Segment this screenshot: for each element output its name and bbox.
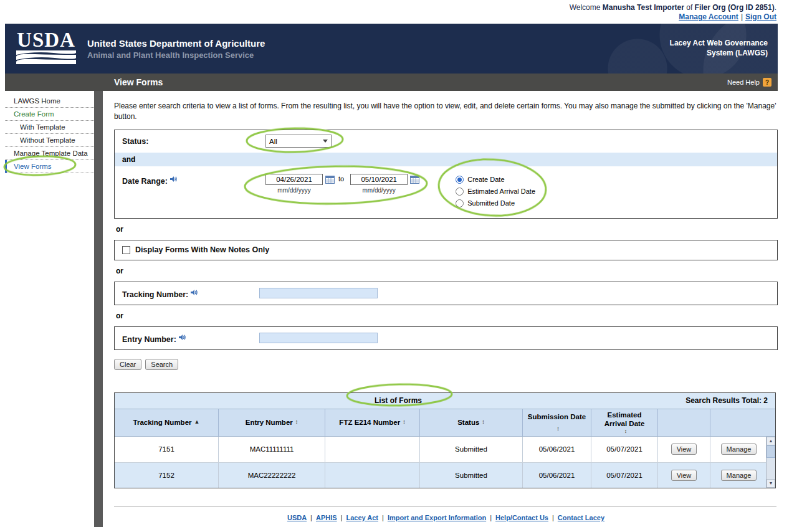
footer-links: USDA|APHIS|Lacey Act|Import and Export I… (114, 506, 778, 527)
new-notes-label: Display Forms With New Notes Only (135, 245, 269, 254)
need-help[interactable]: Need Help ? (727, 78, 778, 87)
date-type-radio-group: Create Date Estimated Arrival Date Submi… (456, 174, 535, 209)
col-header-entry-number[interactable]: Entry Number↕ (218, 409, 325, 436)
footer-link-aphis[interactable]: APHIS (316, 514, 337, 521)
sort-icon: ↕ (403, 419, 406, 425)
form-actions: Clear Search (114, 359, 778, 370)
view-button[interactable]: View (671, 444, 697, 455)
footer-separator: | (486, 514, 495, 521)
page-title: View Forms (5, 77, 163, 87)
scrollbar-track[interactable] (767, 458, 775, 479)
cell-status: Submitted (419, 437, 522, 462)
status-label: Status: (122, 137, 265, 146)
scrollbar-thumb[interactable] (767, 445, 775, 458)
sign-out-link[interactable]: Sign Out (745, 12, 776, 21)
help-icon[interactable]: ? (763, 78, 771, 87)
manage-button[interactable]: Manage (721, 444, 757, 455)
view-button[interactable]: View (671, 470, 697, 481)
cell-submission-date: 05/06/2021 (522, 463, 591, 488)
department-name: United States Department of Agriculture (87, 38, 265, 49)
results-title: List of Forms (115, 396, 682, 405)
footer-separator: | (337, 514, 346, 521)
cell-ftz-number (325, 463, 419, 488)
manage-button[interactable]: Manage (721, 470, 757, 481)
scroll-up-icon[interactable]: ▲ (767, 437, 775, 445)
calendar-icon[interactable] (325, 175, 335, 184)
sidebar-item-create-form[interactable]: Create Form (5, 108, 94, 121)
status-selected-value: All (269, 138, 277, 145)
date-to-input[interactable] (350, 174, 408, 185)
usda-logo-text: USDA (15, 31, 77, 50)
sidebar-item-manage-template-data[interactable]: Manage Template Data (5, 147, 94, 160)
col-header-estimated-arrival-date[interactable]: Estimated Arrival Date↕ (591, 409, 657, 436)
results-table: List of Forms Search Results Total: 2 ▲T… (114, 392, 776, 488)
usda-logo-stripes (16, 50, 76, 64)
col-header-tracking-number[interactable]: ▲Tracking Number▲ (115, 409, 218, 436)
table-scrollbar[interactable]: ▲ ▼ (766, 437, 775, 488)
sort-icon: ↕ (482, 419, 485, 425)
welcome-greeting: Welcome (570, 3, 601, 12)
entry-number-input[interactable] (259, 333, 378, 343)
account-links-separator: | (738, 12, 745, 21)
tracking-number-input[interactable] (259, 288, 378, 298)
and-row: and (115, 153, 777, 166)
col-header-submission-date[interactable]: Submission Date↕ (522, 409, 591, 436)
submitted-date-radio[interactable] (456, 199, 464, 207)
tracking-number-label: Tracking Number: (122, 290, 188, 299)
clear-button[interactable]: Clear (114, 359, 141, 370)
estimated-arrival-date-radio[interactable] (456, 188, 464, 196)
tracking-number-box: Tracking Number: (114, 282, 778, 305)
results-title-bar: List of Forms Search Results Total: 2 (115, 393, 775, 409)
status-select[interactable]: All (265, 135, 332, 148)
new-notes-box: Display Forms With New Notes Only (114, 240, 778, 260)
audio-help-icon[interactable] (190, 287, 198, 298)
sidebar-item-lawgs-home[interactable]: LAWGS Home (5, 95, 94, 108)
usda-logo: USDA (15, 31, 77, 66)
main-content: Please enter search criteria to view a l… (103, 91, 778, 527)
cell-tracking-number: 7152 (115, 463, 218, 488)
create-date-radio[interactable] (456, 176, 464, 184)
cell-estimated-arrival-date: 05/07/2021 (591, 463, 657, 488)
footer-link-usda[interactable]: USDA (287, 514, 307, 521)
date-range-row: Date Range: mm/dd/yyyy to (115, 166, 777, 218)
footer-separator: | (548, 514, 558, 521)
agency-name: Animal and Plant Health Inspection Servi… (87, 50, 265, 60)
footer-link-import-export[interactable]: Import and Export Information (388, 514, 486, 521)
scroll-down-icon[interactable]: ▼ (767, 479, 775, 488)
footer-link-contact-lacey[interactable]: Contact Lacey (558, 514, 604, 521)
calendar-icon[interactable] (410, 175, 419, 184)
entry-number-box: Entry Number: (114, 326, 778, 350)
col-label: Entry Number (246, 418, 293, 427)
date-range-label-col: Date Range: (122, 174, 265, 209)
audio-help-icon[interactable] (170, 174, 177, 184)
cell-status: Submitted (419, 463, 522, 488)
col-header-ftz-e214-number[interactable]: FTZ E214 Number↕ (325, 409, 419, 436)
search-button[interactable]: Search (145, 359, 178, 370)
new-notes-checkbox[interactable] (122, 246, 130, 254)
submitted-date-radio-label: Submitted Date (467, 199, 515, 207)
radio-row-estimated-arrival: Estimated Arrival Date (456, 186, 535, 197)
col-label: Estimated Arrival Date (595, 411, 654, 429)
audio-help-icon[interactable] (178, 332, 186, 343)
cell-entry-number: MAC22222222 (218, 463, 325, 488)
or-label-3: or (116, 311, 778, 320)
search-criteria-box: Status: All and Date Range: (114, 130, 778, 219)
footer-separator: | (307, 514, 316, 521)
col-header-manage (710, 409, 767, 436)
col-header-status[interactable]: Status↕ (419, 409, 522, 436)
radio-row-submitted-date: Submitted Date (456, 197, 535, 209)
date-from-input[interactable] (265, 174, 323, 185)
col-label: Tracking Number (133, 418, 192, 427)
col-label: FTZ E214 Number (339, 418, 400, 427)
footer-link-help-contact[interactable]: Help/Contact Us (495, 514, 548, 521)
sidebar-item-with-template[interactable]: With Template (5, 121, 94, 134)
manage-account-link[interactable]: Manage Account (679, 12, 738, 21)
footer-link-lacey-act[interactable]: Lacey Act (346, 514, 378, 521)
app-name-line2: System (LAWGS) (670, 49, 768, 59)
sidebar-item-view-forms[interactable]: View Forms (5, 160, 94, 173)
sidebar-item-without-template[interactable]: Without Template (5, 134, 94, 147)
account-links: Manage Account|Sign Out (6, 12, 776, 22)
need-help-label: Need Help (727, 78, 760, 86)
date-from-stack: mm/dd/yyyy (265, 174, 335, 194)
department-block: United States Department of Agriculture … (87, 38, 265, 60)
